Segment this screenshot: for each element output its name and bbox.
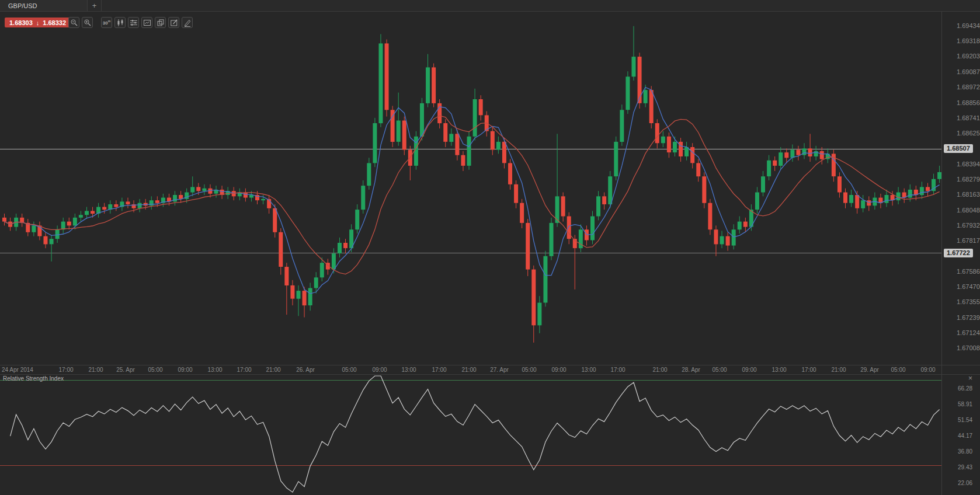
time-axis-label: 21:00 bbox=[266, 367, 280, 373]
ma-fast-line bbox=[5, 88, 940, 294]
time-axis-label: 17:00 bbox=[801, 367, 816, 373]
price-axis-label: 1.68856 bbox=[957, 99, 980, 106]
price-axis-label: 1.67239 bbox=[957, 314, 980, 321]
time-axis-label: 05:00 bbox=[342, 367, 356, 373]
time-axis-label: 05:00 bbox=[148, 367, 162, 373]
time-axis-label: 13:00 bbox=[772, 367, 786, 373]
chart-type-candles-button[interactable] bbox=[114, 17, 126, 28]
price-axis-border bbox=[941, 11, 942, 495]
indicator-title: Relative Strength Index bbox=[3, 375, 64, 382]
rsi-panel-border bbox=[0, 374, 980, 375]
time-axis-label: 17:00 bbox=[610, 367, 625, 373]
time-axis-label: 05:00 bbox=[522, 367, 536, 373]
time-axis-label: 17:00 bbox=[237, 367, 251, 373]
time-axis-label: 09:00 bbox=[742, 367, 756, 373]
price-axis-label: 1.68048 bbox=[957, 207, 980, 214]
time-axis-label: 13:00 bbox=[401, 367, 416, 373]
price-axis-label: 1.67586 bbox=[957, 268, 980, 275]
time-axis-label: 09:00 bbox=[920, 367, 935, 373]
trading-app-window: GBP/USD + 1.68303 ↓ 1.68332 30m 1.694341… bbox=[0, 0, 980, 495]
price-axis-label: 1.67817 bbox=[957, 237, 980, 244]
time-axis-label: 13:00 bbox=[581, 367, 596, 373]
time-axis-label: 13:00 bbox=[207, 367, 222, 373]
draw-button[interactable] bbox=[182, 17, 193, 28]
zoom-out-icon bbox=[70, 19, 78, 27]
price-axis-label: 1.68625 bbox=[957, 130, 980, 137]
chart-type-candles-icon bbox=[116, 19, 124, 27]
rsi-axis-label: 66.28 bbox=[958, 385, 972, 392]
time-axis-label: 09:00 bbox=[551, 367, 566, 373]
annotate-button[interactable] bbox=[168, 17, 179, 28]
time-axis-label: 17:00 bbox=[58, 367, 73, 373]
indicator-close-icon[interactable]: × bbox=[968, 374, 972, 382]
quote-ticker: 1.68303 ↓ 1.68332 bbox=[5, 18, 71, 27]
timeframe-30m-button[interactable]: 30m bbox=[101, 17, 112, 28]
rsi-line bbox=[11, 376, 940, 492]
price-axis-label: 1.67008 bbox=[957, 344, 980, 351]
price-axis-label: 1.68972 bbox=[957, 83, 980, 90]
bid-price: 1.68303 bbox=[9, 19, 33, 26]
price-axis-label: 1.68741 bbox=[957, 114, 980, 121]
price-axis-label: 1.67124 bbox=[957, 329, 980, 336]
zoom-out-button[interactable] bbox=[68, 17, 79, 28]
ask-price: 1.68332 bbox=[43, 19, 66, 26]
indicators-button[interactable] bbox=[128, 17, 139, 28]
price-axis-label: 1.69087 bbox=[957, 68, 980, 75]
time-axis-label: 25. Apr bbox=[116, 367, 135, 373]
rsi-axis-label: 44.17 bbox=[958, 433, 972, 439]
price-axis-label: 1.69434 bbox=[957, 22, 980, 29]
chart-toolbar: 30m bbox=[68, 17, 193, 28]
rsi-axis-label: 51.54 bbox=[958, 417, 972, 423]
time-axis-label: 17:00 bbox=[432, 367, 446, 373]
time-axis-label: 21:00 bbox=[652, 367, 667, 373]
ma-slow-line bbox=[5, 116, 940, 274]
price-axis-label: 1.68279 bbox=[957, 176, 980, 183]
tick-down-arrow-icon: ↓ bbox=[36, 19, 40, 26]
chart-canvas[interactable] bbox=[0, 0, 980, 495]
time-axis-label: 28. Apr bbox=[682, 367, 700, 373]
timeframe-label: 30m bbox=[103, 20, 110, 26]
time-axis-label: 05:00 bbox=[891, 367, 905, 373]
rsi-axis-label: 36.80 bbox=[958, 448, 972, 455]
annotate-icon bbox=[170, 19, 178, 27]
rsi-axis-label: 29.43 bbox=[958, 464, 972, 470]
time-axis-label: 29. Apr bbox=[860, 367, 879, 373]
chart-window-button[interactable] bbox=[141, 17, 152, 28]
zoom-in-icon bbox=[84, 19, 92, 27]
price-level-badge: 1.67722 bbox=[944, 249, 973, 257]
draw-icon bbox=[183, 19, 192, 27]
time-axis-label: 26. Apr bbox=[296, 367, 315, 373]
time-axis-label: 21:00 bbox=[88, 367, 103, 373]
time-axis-label: 09:00 bbox=[372, 367, 387, 373]
attach-icon bbox=[157, 19, 165, 27]
candles-group bbox=[2, 26, 941, 343]
time-axis-label: 27. Apr bbox=[490, 367, 509, 373]
price-axis-label: 1.68163 bbox=[957, 191, 980, 198]
price-level-badge: 1.68507 bbox=[944, 144, 973, 153]
time-axis-label: 09:00 bbox=[178, 367, 192, 373]
chart-window-icon bbox=[143, 19, 151, 27]
time-axis-label: 21:00 bbox=[831, 367, 846, 373]
indicators-icon bbox=[130, 19, 138, 27]
attach-button[interactable] bbox=[155, 17, 166, 28]
price-axis-label: 1.67355 bbox=[957, 298, 980, 305]
price-axis-label: 1.69203 bbox=[957, 53, 980, 60]
price-axis-label: 1.69318 bbox=[957, 37, 980, 44]
time-axis-label: 24 Apr 2014 bbox=[2, 367, 33, 373]
rsi-axis-label: 58.91 bbox=[958, 401, 972, 407]
time-axis-label: 21:00 bbox=[461, 367, 476, 373]
price-axis-label: 1.67932 bbox=[957, 222, 980, 229]
price-axis-label: 1.68394 bbox=[957, 161, 980, 168]
rsi-axis-label: 22.06 bbox=[958, 480, 972, 486]
time-axis-border-top bbox=[0, 365, 980, 365]
time-axis-label: 05:00 bbox=[712, 367, 727, 373]
zoom-in-button[interactable] bbox=[82, 17, 93, 28]
price-axis-label: 1.67470 bbox=[957, 283, 980, 290]
